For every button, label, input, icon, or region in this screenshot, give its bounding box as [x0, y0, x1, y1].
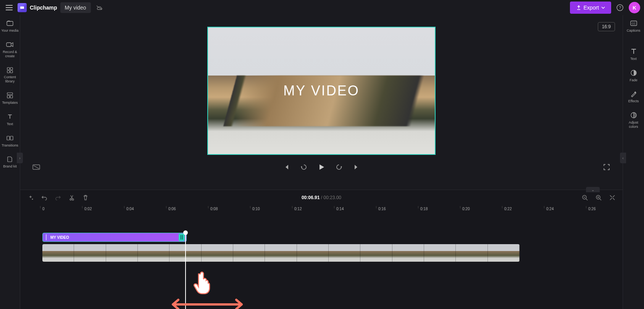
svg-rect-0 [20, 6, 24, 9]
split-button[interactable] [68, 193, 76, 202]
svg-rect-13 [10, 136, 13, 140]
text-icon [6, 113, 14, 121]
sidebar-item-record-create[interactable]: Record & create [0, 37, 20, 62]
fullscreen-button[interactable] [601, 162, 612, 172]
delete-button[interactable] [81, 193, 90, 202]
preview-toggle-icon[interactable] [31, 162, 42, 172]
ruler-tick: 0:16 [378, 207, 386, 211]
video-thumbnail [488, 244, 520, 262]
ruler-tick: 0:06 [168, 207, 176, 211]
rewind-button[interactable] [299, 162, 309, 172]
ruler-tick: 0 [42, 207, 45, 211]
ruler-tick: 0:26 [588, 207, 596, 211]
video-thumbnail [106, 244, 138, 262]
project-name-input[interactable]: My video [60, 2, 91, 13]
skip-forward-button[interactable] [351, 162, 362, 172]
video-thumbnail [265, 244, 297, 262]
sidebar-item-text[interactable]: Text [0, 109, 20, 130]
svg-point-16 [70, 199, 71, 200]
video-thumbnail [74, 244, 106, 262]
skip-back-button[interactable] [281, 162, 292, 172]
forward-button[interactable] [334, 162, 344, 172]
clip-left-handle[interactable] [46, 234, 48, 240]
video-thumbnail [456, 244, 487, 262]
sidebar-item-text-right[interactable]: Text [623, 43, 644, 65]
zoom-in-button[interactable] [594, 193, 603, 202]
templates-icon [6, 91, 14, 100]
svg-text:CC: CC [631, 22, 635, 25]
redo-button[interactable] [54, 193, 62, 202]
sidebar-item-effects[interactable]: Effects [623, 86, 644, 107]
text-big-icon [629, 47, 638, 56]
text-clip-label: MY VIDEO [50, 235, 69, 240]
ruler-tick: 0:24 [546, 207, 554, 211]
sidebar-item-transitions[interactable]: Transitions [0, 130, 20, 151]
sidebar-left: Your media Record & create Content libra… [0, 15, 20, 309]
sidebar-item-your-media[interactable]: Your media [0, 15, 20, 37]
ruler-tick: 0:10 [252, 207, 260, 211]
video-thumbnail [138, 244, 169, 262]
ruler-tick: 0:20 [462, 207, 470, 211]
video-thumbnail [233, 244, 265, 262]
zoom-out-button[interactable] [581, 193, 589, 202]
ruler-tick: 0:14 [336, 207, 344, 211]
cloud-off-icon[interactable] [94, 2, 105, 13]
adjust-icon [629, 111, 638, 119]
svg-rect-7 [7, 71, 10, 73]
tutorial-cursor-icon [193, 271, 214, 297]
timeline-ruler[interactable]: 00:020:040:060:080:100:120:140:160:180:2… [20, 205, 623, 214]
ruler-tick: 0:22 [504, 207, 512, 211]
svg-rect-4 [6, 43, 11, 47]
sidebar-item-content-library[interactable]: Content library [0, 62, 20, 87]
svg-rect-12 [7, 136, 10, 140]
sidebar-right: CC Captions Text Fade Effects Adjust col… [623, 15, 644, 309]
ruler-tick: 0:08 [210, 207, 218, 211]
fit-timeline-button[interactable] [608, 193, 617, 202]
camera-icon [6, 40, 14, 49]
video-thumbnail [202, 244, 233, 262]
clipchamp-logo [18, 3, 27, 12]
auto-enhance-icon[interactable] [26, 193, 35, 202]
export-button[interactable]: Export [570, 2, 611, 14]
folder-icon [6, 19, 14, 27]
video-thumbnail [360, 244, 392, 262]
video-thumbnail [297, 244, 329, 262]
expand-right-sidebar[interactable]: ‹ [620, 153, 626, 163]
avatar[interactable]: K [629, 2, 640, 13]
ruler-tick: 0:18 [420, 207, 428, 211]
sidebar-item-adjust-colors[interactable]: Adjust colors [623, 107, 644, 133]
video-preview[interactable]: MY VIDEO [207, 27, 436, 155]
chevron-down-icon [601, 6, 605, 9]
tutorial-arrow-icon [169, 298, 245, 309]
help-icon[interactable]: ? [614, 2, 626, 13]
svg-point-15 [32, 199, 33, 200]
svg-rect-9 [7, 93, 13, 95]
undo-button[interactable] [40, 193, 48, 202]
svg-rect-11 [10, 95, 13, 98]
svg-rect-8 [10, 71, 13, 73]
hamburger-menu[interactable] [4, 2, 15, 13]
timeline-time-display: 00:06.91 / 00:23.00 [302, 195, 341, 200]
aspect-ratio-selector[interactable]: 16:9 [598, 22, 615, 31]
sidebar-item-captions[interactable]: CC Captions [623, 15, 644, 37]
svg-rect-5 [7, 68, 10, 70]
video-thumbnail [329, 244, 360, 262]
transitions-icon [6, 134, 14, 142]
effects-icon [629, 90, 638, 98]
video-clip[interactable] [42, 244, 520, 262]
clip-right-handle[interactable] [179, 233, 185, 241]
upload-icon [576, 5, 581, 10]
video-thumbnail [42, 244, 74, 262]
svg-rect-6 [10, 68, 13, 70]
preview-text-overlay: MY VIDEO [283, 83, 359, 99]
svg-point-17 [72, 199, 74, 200]
ruler-tick: 0:04 [126, 207, 134, 211]
play-button[interactable] [316, 162, 327, 172]
library-icon [6, 66, 14, 74]
sidebar-item-fade[interactable]: Fade [623, 65, 644, 86]
text-clip[interactable]: MY VIDEO [42, 233, 187, 242]
ruler-tick: 0:12 [294, 207, 302, 211]
sidebar-item-templates[interactable]: Templates [0, 87, 20, 109]
timeline: ⌄ 00:06.91 / 00:23.00 00:020:040:060:080… [20, 190, 623, 309]
svg-rect-3 [7, 21, 13, 26]
